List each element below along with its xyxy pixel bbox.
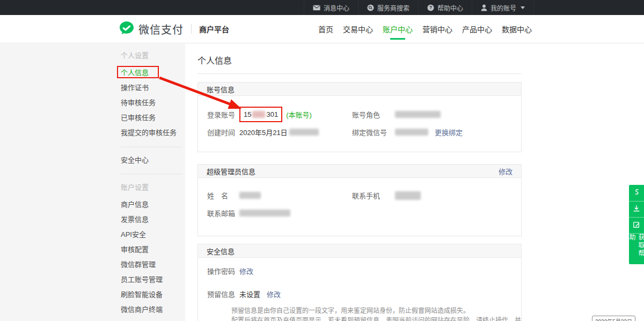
account-info-card: 账号信息 登录账号 15 301 (本账号) 账号角色	[197, 82, 522, 152]
login-account-label: 登录账号	[207, 109, 239, 120]
security-info-card-header: 安全信息	[198, 244, 521, 258]
sidebar-divider	[121, 174, 182, 174]
sidebar-item-reviewed-tasks[interactable]: 已审核任务	[121, 110, 182, 125]
sidebar-item-invoice-info[interactable]: 发票信息	[121, 212, 182, 227]
link-icon	[633, 188, 640, 198]
account-info-card-body: 登录账号 15 301 (本账号) 账号角色	[198, 96, 521, 152]
section-title: 超级管理员信息	[207, 166, 255, 176]
sidebar-item-security-center[interactable]: 安全中心	[121, 153, 182, 168]
logo-title: 微信支付	[138, 21, 184, 37]
sidebar-item-operation-certificate[interactable]: 操作证书	[121, 80, 182, 95]
sidebar-item-personal-info[interactable]: 个人信息	[121, 65, 182, 80]
admin-edit-link[interactable]: 修改	[499, 166, 513, 176]
sidebar: 个人设置 个人信息 操作证书 待审核任务 已审核任务 我提交的审核任务 安全中心…	[121, 48, 182, 321]
left-panel: 个人设置 个人信息 操作证书 待审核任务 已审核任务 我提交的审核任务 安全中心…	[0, 44, 185, 321]
sidebar-item-staff-account-management[interactable]: 员工账号管理	[121, 272, 182, 287]
title-divider	[197, 73, 522, 74]
description-line: 配置后将在首页及充值页面显示。若未看到预留信息，表明当前访问的网站存在风险，请终…	[231, 316, 521, 321]
super-admin-card: 超级管理员信息 修改 姓 名 联系手机 联系邮箱	[197, 164, 522, 236]
nav-home[interactable]: 首页	[313, 15, 338, 43]
topbar: 消息中心 服务商搜索 ? 帮助中心 我的账号	[0, 0, 644, 15]
password-edit-link[interactable]: 修改	[239, 266, 253, 276]
topbar-item-help-center[interactable]: ? 帮助中心	[418, 0, 472, 15]
main-content: 个人信息 账号信息 登录账号 15 301 (本账号)	[197, 44, 522, 321]
created-time-value: 2020年5月21日	[239, 127, 288, 137]
download-button[interactable]	[629, 201, 644, 217]
search-icon	[367, 4, 374, 11]
nav-product-center[interactable]: 产品中心	[457, 15, 497, 43]
mail-icon	[313, 5, 320, 11]
topbar-item-messages[interactable]: 消息中心	[304, 0, 358, 15]
login-account-masked	[252, 111, 265, 118]
get-help-button[interactable]: 获取帮助	[629, 233, 644, 264]
topbar-item-provider-search[interactable]: 服务商搜索	[358, 0, 418, 15]
main-nav: 首页 交易中心 账户中心 营销中心 产品中心 数据中心	[313, 15, 537, 43]
topbar-item-label: 消息中心	[324, 3, 349, 12]
topbar-item-label: 帮助中心	[437, 3, 463, 12]
super-admin-card-body: 姓 名 联系手机 联系邮箱	[198, 178, 521, 236]
operation-password-label: 操作密码	[207, 266, 239, 276]
topbar-item-label: 我的账号	[491, 3, 516, 12]
edit-icon	[633, 221, 640, 230]
login-account-prefix: 15	[244, 110, 251, 118]
link-button[interactable]	[629, 185, 644, 201]
sidebar-item-my-submitted-tasks[interactable]: 我提交的审核任务	[121, 125, 182, 140]
date-tooltip: 2020年5月22日	[592, 316, 635, 321]
feedback-button[interactable]	[629, 217, 644, 233]
topbar-item-my-account[interactable]: 我的账号	[472, 0, 534, 15]
created-time-masked	[289, 129, 319, 136]
admin-name-label: 姓 名	[207, 190, 239, 200]
nav-account-center[interactable]: 账户中心	[378, 15, 418, 43]
wechat-pay-bubble-icon	[119, 21, 134, 37]
sidebar-item-merchant-info[interactable]: 商户信息	[121, 197, 182, 212]
super-admin-card-header: 超级管理员信息 修改	[198, 165, 521, 178]
account-info-card-header: 账号信息	[198, 83, 521, 96]
bound-wechat-label: 绑定微信号	[352, 127, 395, 137]
nav-data-center[interactable]: 数据中心	[497, 15, 537, 43]
contact-phone-masked	[395, 191, 421, 200]
sidebar-item-review-config[interactable]: 审核配置	[121, 242, 182, 257]
own-account-note: (本账号)	[286, 109, 312, 120]
sidebar-item-pending-review-tasks[interactable]: 待审核任务	[121, 95, 182, 110]
user-icon	[481, 4, 487, 11]
reserved-info-value: 未设置	[239, 289, 260, 299]
section-title: 账号信息	[207, 84, 235, 94]
sidebar-group-personal-settings: 个人设置	[121, 48, 182, 63]
security-info-card-body: 操作密码 修改 预留信息 未设置 修改 预留信息是由你自己设置的一段文字，用来鉴…	[198, 258, 521, 321]
sidebar-item-wechat-merchant-terminal[interactable]: 微信商户终端	[121, 302, 182, 317]
chevron-down-icon	[521, 6, 525, 9]
security-info-card: 安全信息 操作密码 修改 预留信息 未设置 修改 预留信息是由你自己设置的一段文…	[197, 244, 522, 321]
reserved-info-description: 预留信息是由你自己设置的一段文字，用来鉴定网站身份，防止假冒网站造成损失。 配置…	[198, 306, 521, 321]
reserved-info-label: 预留信息	[207, 289, 239, 299]
account-role-label: 账号角色	[352, 109, 395, 120]
sidebar-item-api-security[interactable]: API安全	[121, 227, 182, 242]
login-account-suffix: 301	[266, 110, 278, 118]
admin-name-masked	[239, 192, 261, 199]
sidebar-item-face-recognition-devices[interactable]: 刷脸智能设备	[121, 287, 182, 302]
nav-marketing-center[interactable]: 营销中心	[418, 15, 457, 43]
header: 微信支付 商户平台 首页 交易中心 账户中心 营销中心 产品中心 数据中心	[0, 15, 644, 43]
bound-wechat-masked	[395, 129, 428, 136]
portal-name: 商户平台	[199, 24, 229, 34]
topbar-item-label: 服务商搜索	[377, 3, 409, 12]
rebind-link[interactable]: 更换绑定	[435, 127, 463, 137]
page-title: 个人信息	[197, 54, 522, 66]
sidebar-group-account-settings: 账户设置	[121, 180, 182, 195]
help-icon: ?	[427, 4, 434, 11]
description-line: 预留信息是由你自己设置的一段文字，用来鉴定网站身份，防止假冒网站造成损失。	[231, 306, 521, 316]
sidebar-item-wechat-group-management[interactable]: 微信群管理	[121, 257, 182, 272]
logo-separator	[191, 24, 192, 34]
account-role-masked	[395, 111, 441, 118]
svg-text:?: ?	[429, 5, 432, 10]
section-title: 安全信息	[207, 246, 235, 256]
floating-help-panel: 获取帮助	[629, 185, 644, 264]
wechat-pay-logo[interactable]: 微信支付 商户平台	[119, 21, 229, 37]
contact-email-label: 联系邮箱	[207, 208, 239, 218]
reserved-edit-link[interactable]: 修改	[267, 289, 281, 299]
download-icon	[633, 205, 640, 214]
contact-email-masked	[239, 210, 290, 217]
nav-transaction-center[interactable]: 交易中心	[338, 15, 378, 43]
annotation-red-box-login-account: 15 301	[239, 107, 282, 122]
created-time-label: 创建时间	[207, 127, 239, 137]
sidebar-divider	[121, 147, 182, 147]
